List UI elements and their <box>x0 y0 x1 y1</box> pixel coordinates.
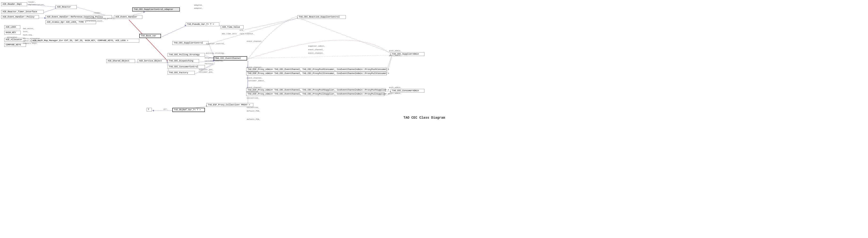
label-table-allocator: table_allocator_ <box>23 40 41 42</box>
label-reader-2: reader_ <box>94 12 102 14</box>
label-collection-1: collection_ <box>247 71 259 73</box>
svg-line-2 <box>43 8 57 12</box>
label-adaptee: adaptee_ <box>194 4 203 6</box>
node-tao-cec-reactive-supplier-control: TAO_CEC_Reactive_SupplierControl <box>298 15 346 19</box>
label-collection-2: collection_ <box>247 90 259 92</box>
svg-marker-43 <box>152 110 154 111</box>
label-adapter: adapter_ <box>194 7 203 9</box>
node-tao-cec-supplier-control-adapter: TAO_CEC_SupplierControl_Adapter <box>132 7 180 11</box>
tao-dispatching-label: TAO CEC Class Diagram <box>403 116 445 120</box>
node-tao-esf-proxy-admin-push-consumer: TAO_ESF_Proxy_Admin< TAO_CEC_EventChanne… <box>246 68 387 71</box>
label-supplier-admin: supplier_admin_ <box>308 45 325 47</box>
label-orb: orb_ <box>240 29 244 31</box>
label-rate-timeout: rate_timeout_ <box>240 33 254 35</box>
label-event-channel-2: event_channel_ <box>247 66 262 68</box>
node-tao-objref-var-t: TAO_ObjRef_Var_T< T > <box>172 108 205 112</box>
node-ace-time-value: ACE_Time_Value <box>221 25 244 29</box>
svg-line-18 <box>162 26 186 37</box>
label-supplier-pos: supplier_pos_ <box>199 69 213 71</box>
diagram-container: ACE_Reader_Impl ACE_Reactor_Timer_Interf… <box>0 0 868 238</box>
label-event-channel-4: event_channel_ <box>247 86 262 88</box>
label-push-admin-2: push_admin_ <box>389 86 402 88</box>
node-ace-reactor: ACE_Reactor <box>56 5 77 9</box>
label-default-poa-1: default_POA_ <box>247 110 260 112</box>
label-event-channel-3: event_channel_ <box>247 77 262 79</box>
label-compare-keys: compare_keys_ <box>23 42 37 44</box>
node-tao-cec-dispatching: TAO_CEC_Dispatching <box>167 59 199 63</box>
label-event-channel-6: event_channel_ <box>308 52 324 54</box>
label-own-mutex: own_mutex_ <box>23 27 34 30</box>
label-event-channel-1: event_channel_ <box>247 40 262 42</box>
node-ace-service-object: ACE_Service_Object <box>137 59 166 63</box>
node-hash-key: HASH_KEY <box>4 31 21 34</box>
label-entry-allocator: entry_allocator_ <box>23 37 41 39</box>
label-reader-1: reader_ <box>28 1 36 3</box>
node-ace-hash-map-manager-ex: ACE_Hash_Map_Manager_Ex< EXT_ID, INT_ID,… <box>31 39 139 43</box>
label-ref-counting-policy: reference_counting_policy_ <box>86 17 115 19</box>
node-tao-cec-consumer-control: TAO_CEC_ConsumerControl <box>167 65 205 69</box>
node-tao-cec-factory: TAO_CEC_Factory <box>167 71 195 75</box>
node-ace-reactor-timer-interface: ACE_Reactor_Timer_Interface <box>1 10 44 14</box>
node-ace-reader-impl: ACE_Reader_Impl <box>1 2 27 6</box>
label-event-channel-5: event_channel_ <box>308 49 324 51</box>
node-ace-event-handler: ACE_Event_Handler <box>114 15 142 19</box>
label-hash-key: hash_key_ <box>23 34 33 36</box>
label-collection-4: collection_ <box>247 97 259 99</box>
node-t: T <box>147 108 152 111</box>
node-tao-esf-proxy-admin-pull-consumer: TAO_ESF_Proxy_Admin< TAO_CEC_EventChanne… <box>246 72 387 75</box>
label-dispatching: dispatching_ <box>205 57 218 59</box>
label-consumer-control: consumer_control_ <box>205 60 224 62</box>
node-ace-shared-object: ACE_Shared_Object <box>106 59 135 63</box>
node-tao-esf-proxy-admin-pull-supplier: TAO_ESF_Proxy_Admin< TAO_CEC_EventChanne… <box>246 92 384 96</box>
label-pull-admin-2: pull_admin_ <box>389 92 402 94</box>
label-lock: lock_ <box>23 30 29 33</box>
label-max-time-zero: max_time_zero <box>222 33 237 35</box>
node-tao-esf-proxy-admin-push-supplier: TAO_ESF_Proxy_Admin< TAO_CEC_EventChanne… <box>246 88 385 92</box>
node-tao-cec-pulling-strategy: TAO_CEC_Pulling_Strategy <box>167 53 205 57</box>
node-tao-base-var: TAO_Base_var <box>139 34 161 38</box>
node-ace-event-handler-policy: ACE_Event_Handler::Policy <box>1 15 39 19</box>
svg-line-46 <box>244 18 299 30</box>
label-consumer-poa: consumer_poa_ <box>199 71 213 73</box>
label-ptr: ptr_ <box>163 108 168 110</box>
label-pull-admin-1: pull_admin_ <box>389 54 402 56</box>
svg-line-38 <box>387 57 392 75</box>
node-tao-esf-proxy-collection: TAO_ESF_Proxy_Collection< PROXY > <box>207 103 253 107</box>
label-collection-3: collection_ <box>247 106 259 108</box>
svg-line-47 <box>299 18 392 53</box>
label-pulling-strategy: pulling_strategy_ <box>206 52 225 54</box>
label-push-admin-1: push_admin_ <box>389 50 402 52</box>
label-ref-count: reference_count_ <box>86 20 104 22</box>
node-ace-lock: ACE_LOCK <box>4 25 20 29</box>
node-ace-allocator: ACE_Allocator <box>4 38 25 42</box>
node-tao-cec-supplier-control: TAO_CEC_SupplierControl <box>172 41 209 45</box>
node-tao-pseudo-var-t: TAO_Pseudo_Var_T< T > <box>186 23 219 26</box>
label-factory: factory_ <box>205 63 214 65</box>
label-consumer-admin: consumer_admin_ <box>248 80 265 82</box>
label-supplier-control: supplier_control_ <box>206 43 225 45</box>
label-default-poa-2: default_POA_ <box>247 118 260 120</box>
label-implementation: implementation_ <box>28 4 45 6</box>
label-allocator: allocator_ <box>7 36 19 38</box>
